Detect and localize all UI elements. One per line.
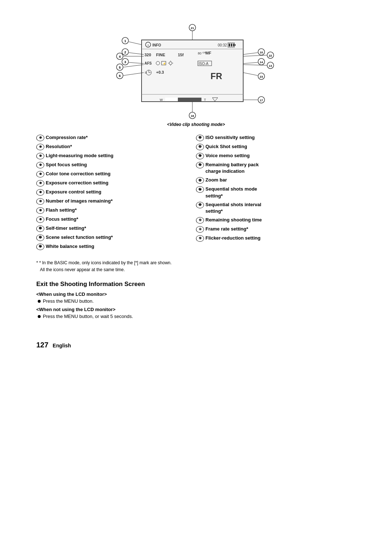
svg-text:6: 6: [119, 74, 121, 78]
list-item: ❼ Exposure control setting: [36, 189, 196, 196]
diagram-wrapper: i INFO 00:32 320 FINE 15f 80 cm MF: [105, 22, 287, 120]
list-item: ⓬ Scene select function setting*: [36, 234, 196, 241]
item-label: Remaining battery packcharge indication: [205, 162, 259, 175]
item-number: ❷: [36, 144, 44, 150]
svg-text:80: 80: [198, 52, 201, 55]
list-item: ⓮ ISO sensitivity setting: [196, 134, 356, 141]
item-number: ❻: [36, 180, 44, 187]
item-number: ❿: [36, 216, 44, 223]
item-number: ㉓: [196, 235, 204, 242]
svg-text:17: 17: [260, 99, 263, 102]
svg-rect-10: [231, 44, 232, 46]
item-label: Flicker-reduction setting: [205, 235, 261, 241]
svg-text:T: T: [204, 98, 206, 102]
camera-diagram-svg: i INFO 00:32 320 FINE 15f 80 cm MF: [105, 22, 287, 120]
item-label: Sequential shots intervalsetting*: [205, 201, 261, 215]
item-number: ㉑: [196, 217, 204, 224]
svg-text:2: 2: [124, 50, 126, 54]
item-number: ❾: [36, 207, 44, 214]
bullet-dot: [38, 315, 41, 318]
item-number: ⓮: [196, 135, 204, 141]
list-item: ❻ Exposure correction setting: [36, 180, 196, 187]
svg-text:①: ①: [144, 71, 147, 74]
svg-text:23: 23: [260, 75, 263, 78]
item-label: Focus setting*: [46, 216, 78, 223]
item-number: ⓲: [196, 177, 204, 184]
no-lcd-bullet-item: Press the MENU button, or wait 5 seconds…: [38, 314, 356, 319]
item-label: Exposure control setting: [46, 189, 101, 195]
list-item: ⓴ Sequential shots intervalsetting*: [196, 201, 356, 215]
bullet-dot: [38, 300, 41, 303]
svg-text:i: i: [148, 44, 148, 47]
list-item: ㉓ Flicker-reduction setting: [196, 235, 356, 242]
exit-title: Exit the Shooting Information Screen: [36, 281, 356, 288]
svg-line-55: [123, 73, 144, 76]
item-label: Exposure correction setting: [46, 180, 109, 186]
list-item: ❷ Resolution*: [36, 143, 196, 150]
page-number: 127 English: [36, 341, 356, 349]
item-number: ❽: [36, 198, 44, 205]
diagram-section: i INFO 00:32 320 FINE 15f 80 cm MF: [36, 22, 356, 127]
footnote-star-line: * * In the BASIC mode, only icons indica…: [36, 260, 356, 266]
svg-text:18: 18: [191, 114, 194, 118]
svg-text:14: 14: [260, 61, 263, 64]
svg-text:15f: 15f: [178, 53, 184, 57]
list-item: ❶ Compression rate*: [36, 134, 196, 141]
item-number: ⓴: [196, 202, 204, 208]
svg-line-40: [129, 42, 142, 45]
no-lcd-subtitle: <When not using the LCD monitor>: [36, 307, 356, 312]
item-number: ㉒: [196, 226, 204, 233]
page-num-bold: 127: [36, 341, 48, 349]
item-number: ❺: [36, 171, 44, 177]
item-number: ⓭: [36, 244, 44, 250]
list-item: ⓳ Sequential shots modesetting*: [196, 186, 356, 199]
svg-line-64: [243, 62, 258, 64]
svg-text:21: 21: [191, 26, 194, 30]
item-label: Number of images remaining*: [46, 198, 113, 204]
list-item: ⓭ White balance setting: [36, 243, 196, 250]
svg-rect-11: [233, 44, 234, 46]
list-item: ㉒ Frame rate setting*: [196, 226, 356, 233]
list-item: ❽ Number of images remaining*: [36, 198, 196, 205]
svg-text:320: 320: [144, 53, 151, 57]
svg-line-61: [243, 55, 267, 56]
list-item: ㉑ Remaining shooting time: [196, 217, 356, 224]
item-number: ❶: [36, 135, 44, 141]
no-lcd-bullet-text: Press the MENU button, or wait 5 seconds…: [43, 314, 133, 319]
diagram-caption: <Video clip shooting mode>: [167, 122, 225, 127]
item-label: ISO sensitivity setting: [205, 134, 255, 141]
item-label: Quick Shot setting: [205, 143, 247, 150]
item-label: Remaining shooting time: [205, 217, 262, 223]
lcd-bullet-item: Press the MENU button.: [38, 298, 356, 304]
svg-line-67: [243, 65, 267, 65]
lcd-bullet-text: Press the MENU button.: [43, 298, 94, 304]
svg-line-58: [243, 53, 258, 54]
item-label: Sequential shots modesetting*: [205, 186, 257, 199]
svg-text:FINE: FINE: [156, 53, 165, 57]
item-number: ⓫: [36, 225, 44, 232]
svg-text:+0.3: +0.3: [156, 70, 164, 74]
item-number: ⓯: [196, 144, 204, 150]
svg-line-70: [243, 73, 258, 76]
lcd-subtitle: <When using the LCD monitor>: [36, 291, 356, 297]
item-label: Spot focus setting: [46, 162, 87, 168]
svg-text:22: 22: [269, 54, 272, 57]
list-item: ⓰ Voice memo setting: [196, 152, 356, 159]
svg-text:1: 1: [124, 39, 126, 43]
list-item: ❾ Flash setting*: [36, 207, 196, 214]
svg-text:00:32: 00:32: [218, 43, 227, 47]
item-number: ❹: [36, 162, 44, 168]
list-item: ❹ Spot focus setting: [36, 162, 196, 168]
list-item: ❿ Focus setting*: [36, 216, 196, 223]
list-item: ⓲ Zoom bar: [196, 177, 356, 184]
item-label: Light-measuring mode setting: [46, 152, 113, 159]
item-label: Self-timer setting*: [46, 225, 86, 232]
list-item: ⓯ Quick Shot setting: [196, 143, 356, 150]
svg-text:INFO: INFO: [152, 43, 161, 47]
item-number: ❸: [36, 153, 44, 159]
svg-text:FR: FR: [211, 71, 222, 81]
svg-text:13: 13: [269, 64, 272, 68]
legend-left-col: ❶ Compression rate* ❷ Resolution* ❸ Ligh…: [36, 134, 196, 252]
footnote-star: *: [36, 260, 38, 265]
item-label: White balance setting: [46, 243, 94, 250]
